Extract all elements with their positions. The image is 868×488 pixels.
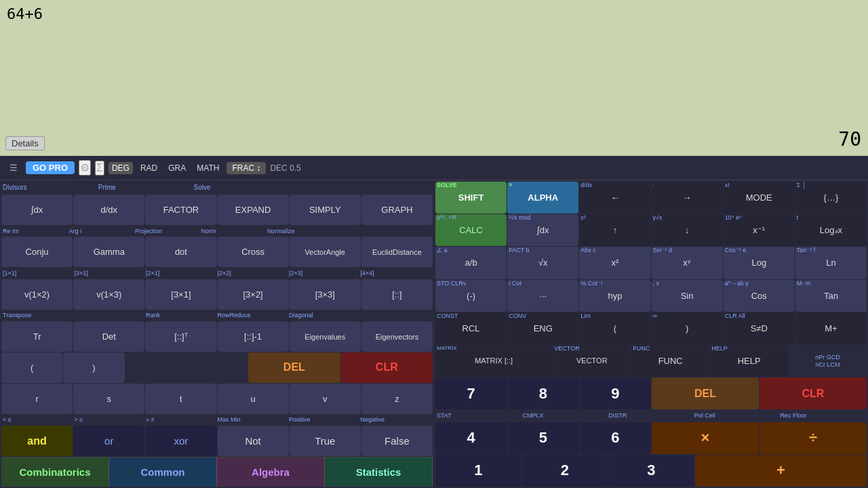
sin-key[interactable]: , x Sin: [652, 280, 723, 312]
multiply-key[interactable]: ×: [652, 422, 759, 454]
neg-key[interactable]: STO CLRv (-): [435, 280, 507, 312]
expand-key[interactable]: EXPAND: [218, 195, 289, 225]
math-button[interactable]: MATH: [193, 162, 222, 174]
eigenvectors-key[interactable]: Eigenvectors: [361, 321, 433, 352]
key-2[interactable]: 2: [522, 455, 608, 487]
gra-button[interactable]: GRA: [165, 162, 189, 174]
combinatorics-button[interactable]: Combinatorics: [1, 458, 109, 487]
shift-key[interactable]: SOLVE SHIFT: [435, 182, 507, 214]
sqrt-key[interactable]: FACT b √x: [507, 247, 578, 279]
key-7[interactable]: 7: [435, 378, 507, 409]
xy-key[interactable]: Sin⁻¹ d xʸ: [652, 247, 723, 279]
euclidistance-key[interactable]: EuclidDistance: [361, 237, 433, 267]
algebra-button[interactable]: Algebra: [217, 458, 325, 487]
x2-key[interactable]: Abs c x²: [579, 247, 650, 279]
t-key[interactable]: t: [145, 384, 216, 414]
left-paren-key[interactable]: (: [1, 352, 62, 383]
hyp-key[interactable]: % Cot⁻¹ hyp: [579, 280, 650, 312]
key-4[interactable]: 4: [435, 422, 507, 454]
clr-key-left[interactable]: CLR: [341, 352, 433, 383]
mplus-key[interactable]: M+: [795, 312, 867, 344]
open-paren-right-key[interactable]: Lim (: [579, 312, 650, 344]
logax-key[interactable]: t Logₐx: [795, 214, 867, 246]
3x3-key[interactable]: [3×3]: [290, 279, 361, 310]
cos-key[interactable]: aᵇ→ab y Cos: [724, 280, 795, 312]
up-arrow-key[interactable]: x³ ↑: [579, 214, 650, 246]
rcl-key[interactable]: CONST RCL: [435, 312, 507, 344]
statistics-button[interactable]: Statistics: [325, 458, 433, 487]
gamma-key[interactable]: Gamma: [73, 237, 144, 267]
false-key[interactable]: False: [361, 426, 433, 456]
coloncolon-key[interactable]: [::]: [361, 279, 433, 310]
del-key-right[interactable]: DEL: [652, 378, 759, 409]
ab-key[interactable]: ∠ a a/b: [435, 247, 507, 279]
key-8[interactable]: 8: [507, 378, 578, 409]
settings-button[interactable]: ⚙: [79, 160, 91, 176]
true-key[interactable]: True: [290, 426, 361, 456]
graph-key[interactable]: GRAPH: [361, 195, 433, 225]
rad-button[interactable]: RAD: [137, 162, 161, 174]
v1x3-key[interactable]: v(1×3): [73, 279, 144, 310]
vector-key[interactable]: VECTOR VECTOR: [553, 345, 631, 377]
v1x2-key[interactable]: v(1×2): [1, 279, 73, 310]
ddx-key[interactable]: d/dx: [73, 195, 144, 225]
down-arrow-key[interactable]: y√x ↓: [652, 214, 723, 246]
del-key-left[interactable]: DEL: [248, 352, 340, 383]
conju-key[interactable]: Conju: [1, 237, 73, 267]
xor-key[interactable]: xor: [145, 426, 216, 456]
common-button[interactable]: Common: [109, 458, 217, 487]
dots-key[interactable]: i Cot ···: [507, 280, 578, 312]
key-9[interactable]: 9: [580, 378, 651, 409]
and-key[interactable]: and: [1, 426, 73, 456]
go-pro-button[interactable]: GO PRO: [26, 161, 75, 174]
key-1[interactable]: 1: [435, 455, 521, 487]
deg-button[interactable]: DEG: [108, 162, 133, 174]
det-key[interactable]: Det: [73, 321, 144, 352]
ln-key[interactable]: Tan⁻¹ f Ln: [795, 247, 867, 279]
menu-button[interactable]: ☰: [5, 161, 22, 174]
x-inv-key[interactable]: 10ˣ eˣ x⁻¹: [724, 214, 795, 246]
integral-key[interactable]: ∫dx: [1, 195, 73, 225]
s-key[interactable]: s: [73, 384, 144, 414]
right-paren-key[interactable]: ): [63, 352, 124, 383]
dot-key[interactable]: dot: [145, 237, 216, 267]
v-key[interactable]: v: [290, 384, 361, 414]
help-key[interactable]: HELP HELP: [710, 345, 788, 377]
dec-button[interactable]: DEC 0.5: [270, 163, 300, 173]
braces-key[interactable]: Σ ⌠ {…}: [795, 182, 867, 214]
factor-key[interactable]: FACTOR: [145, 195, 216, 225]
matrix-key[interactable]: MATRIX MATRIX [::]: [435, 345, 552, 377]
not-key[interactable]: Not: [218, 426, 289, 456]
or-key[interactable]: or: [73, 426, 144, 456]
sned-key[interactable]: CLR All S≠D: [724, 312, 795, 344]
integral-right-key[interactable]: ³√x mod ∫dx: [507, 214, 578, 246]
key-6[interactable]: 6: [580, 422, 651, 454]
right-arrow-key[interactable]: : →: [652, 182, 723, 214]
calc-key[interactable]: aᵇ/꜀ +R CALC: [435, 214, 507, 246]
eigenvalues-key[interactable]: Eigenvalues: [290, 321, 361, 352]
r-key[interactable]: r: [1, 384, 73, 414]
eng-key[interactable]: CONV ENG: [507, 312, 578, 344]
func-key[interactable]: FUNC FUNC: [631, 345, 709, 377]
z-key[interactable]: z: [361, 384, 433, 414]
frac-button[interactable]: FRAC ↕: [226, 162, 266, 174]
divide-key[interactable]: ÷: [760, 422, 867, 454]
cross-key[interactable]: Cross: [218, 237, 289, 267]
3x2-key[interactable]: [3×2]: [218, 279, 289, 310]
log-key[interactable]: Cos⁻¹ e Log: [724, 247, 795, 279]
simply-key[interactable]: SIMPLY: [290, 195, 361, 225]
alpha-key[interactable]: = ALPHA: [507, 182, 578, 214]
3x1-key[interactable]: [3×1]: [145, 279, 216, 310]
tan-key[interactable]: M- m Tan: [795, 280, 867, 312]
u-key[interactable]: u: [218, 384, 289, 414]
sigma-button[interactable]: Σ: [95, 161, 104, 176]
coloncolon-t-key[interactable]: [::]ᵀ: [145, 321, 216, 352]
close-paren-right-key[interactable]: ∞ ): [652, 312, 723, 344]
left-arrow-key[interactable]: d/dx ←: [579, 182, 650, 214]
plus-key[interactable]: +: [695, 455, 867, 487]
key-3[interactable]: 3: [608, 455, 694, 487]
details-button[interactable]: Details: [5, 136, 45, 150]
vectorangle-key[interactable]: VectorAngle: [290, 237, 361, 267]
tr-key[interactable]: Tr: [1, 321, 73, 352]
key-5[interactable]: 5: [507, 422, 578, 454]
